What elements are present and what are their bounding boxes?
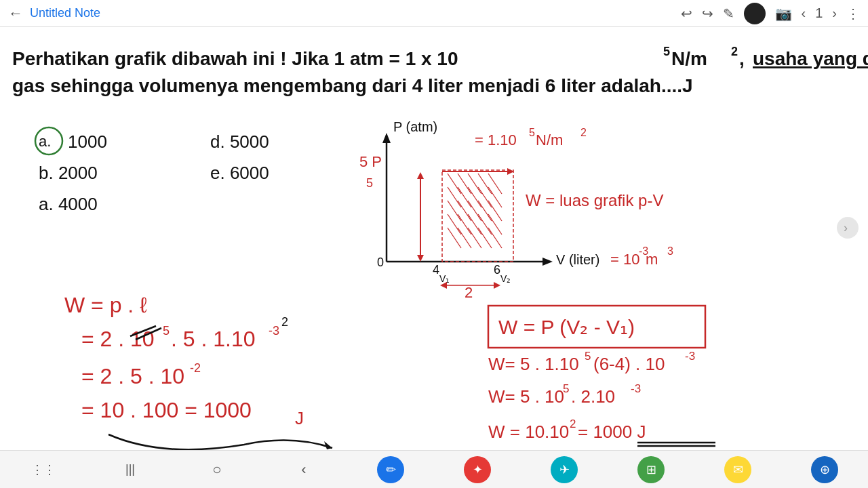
svg-text:=  1000 J: = 1000 J (578, 422, 646, 442)
main-content: Perhatikan grafik dibawah ini ! Jika 1 a… (0, 27, 868, 485)
pen-button[interactable]: ✎ (723, 5, 734, 22)
svg-text:J: J (295, 408, 304, 428)
svg-text:-3: -3 (685, 350, 695, 363)
svg-text:,: , (739, 48, 745, 69)
svg-text:W= 5 . 1.10: W= 5 . 1.10 (488, 354, 579, 374)
note-title: Untitled Note (30, 6, 100, 20)
svg-text:e. 6000: e. 6000 (210, 163, 269, 183)
top-bar-left: ← Untitled Note (8, 5, 100, 22)
svg-text:5: 5 (163, 324, 170, 338)
svg-text:W = 10.10: W = 10.10 (488, 422, 569, 442)
apps-button[interactable]: ⋮⋮ (30, 456, 57, 483)
svg-text:N/m: N/m (536, 131, 563, 148)
svg-text:5: 5 (366, 176, 373, 190)
back-button[interactable]: ← (8, 5, 23, 22)
svg-text:usaha yang dilakukan: usaha yang dilakukan (753, 48, 868, 69)
svg-marker-65 (417, 255, 424, 262)
svg-text:5: 5 (585, 350, 591, 363)
page-number: 1 (815, 5, 823, 21)
svg-text:2: 2 (570, 418, 576, 430)
svg-text:m: m (646, 251, 658, 268)
svg-text:(6-4) . 10: (6-4) . 10 (593, 354, 665, 374)
prev-page-button[interactable]: ‹ (802, 5, 806, 21)
telegram-button[interactable]: ✈ (551, 456, 578, 483)
svg-text:Perhatikan grafik dibawah ini : Perhatikan grafik dibawah ini ! Jika 1 a… (12, 48, 458, 69)
svg-text:5: 5 (663, 45, 670, 58)
svg-text:6: 6 (494, 263, 500, 277)
svg-text:2: 2 (281, 315, 288, 329)
next-page-button[interactable]: › (832, 5, 837, 21)
svg-text:1000: 1000 (68, 131, 107, 152)
recents-button[interactable]: ||| (117, 456, 144, 483)
svg-point-99 (837, 217, 859, 239)
undo-button[interactable]: ↩ (681, 5, 692, 22)
svg-text:W= 5 . 10: W= 5 . 10 (488, 386, 564, 407)
svg-text:= 10 . 100  =  1000: = 10 . 100 = 1000 (81, 398, 252, 422)
bottom-nav-bar: ⋮⋮ ||| ○ ‹ ✏ ✦ ✈ ⊞ ✉ ⊕ (0, 450, 868, 488)
svg-text:N/m: N/m (671, 48, 707, 69)
svg-text:a.   4000: a. 4000 (39, 194, 98, 214)
svg-text:5: 5 (563, 382, 569, 395)
top-bar-right: ↩ ↪ ✎ 📷 ‹ 1 › ⋮ (681, 3, 860, 24)
svg-text:2: 2 (731, 45, 738, 58)
svg-text:3: 3 (667, 245, 673, 257)
redo-button[interactable]: ↪ (702, 5, 713, 22)
image-button[interactable]: 📷 (775, 5, 792, 22)
message-button[interactable]: ✉ (724, 456, 751, 483)
svg-text:= 1.10: = 1.10 (475, 131, 517, 148)
svg-marker-62 (507, 168, 514, 175)
svg-text:V₂: V₂ (500, 273, 511, 284)
svg-text:5 P: 5 P (359, 153, 382, 170)
svg-text:W = P (V₂ - V₁): W = P (V₂ - V₁) (498, 316, 635, 338)
more-options-button[interactable]: ⋮ (846, 5, 860, 22)
svg-marker-17 (542, 258, 553, 266)
svg-text:-3: -3 (269, 324, 279, 338)
calculator-button[interactable]: ⊞ (637, 456, 665, 483)
star-app-button[interactable]: ✦ (464, 456, 491, 483)
note-canvas[interactable]: Perhatikan grafik dibawah ini ! Jika 1 a… (0, 27, 868, 485)
svg-text:d. 5000: d. 5000 (210, 131, 269, 152)
svg-text:-3: -3 (631, 382, 641, 395)
svg-text:2: 2 (580, 127, 587, 138)
svg-text:= 2 . 5 . 10: = 2 . 5 . 10 (81, 364, 184, 388)
svg-text:W = luas  grafik  p-V: W = luas grafik p-V (526, 191, 663, 209)
svg-text:gas sehingga volumenya mengemb: gas sehingga volumenya mengembang dari 4… (12, 75, 693, 96)
svg-text:W = p . ℓ: W = p . ℓ (64, 293, 146, 317)
svg-text:2: 2 (465, 284, 473, 301)
svg-marker-64 (417, 172, 424, 179)
svg-marker-67 (494, 282, 500, 289)
svg-text:P (atm): P (atm) (393, 119, 437, 134)
svg-text:0: 0 (377, 256, 384, 269)
browser-button[interactable]: ⊕ (811, 456, 838, 483)
back-nav-button[interactable]: ‹ (290, 456, 317, 483)
top-bar: ← Untitled Note ↩ ↪ ✎ 📷 ‹ 1 › ⋮ (0, 0, 868, 27)
svg-text:. 5 . 1.10: . 5 . 1.10 (171, 327, 256, 351)
svg-text:-2: -2 (190, 361, 201, 375)
svg-text:a.: a. (39, 133, 51, 150)
svg-marker-16 (382, 133, 391, 143)
svg-text:= 10: = 10 (610, 251, 639, 268)
svg-text:5: 5 (529, 127, 535, 138)
svg-text:›: › (844, 221, 848, 235)
svg-text:b. 2000: b. 2000 (39, 163, 98, 183)
home-button[interactable]: ○ (203, 456, 231, 483)
svg-text:V₁: V₁ (439, 273, 450, 284)
color-picker[interactable] (744, 3, 766, 24)
svg-text:4: 4 (433, 263, 439, 277)
svg-text:. 2.10: . 2.10 (571, 386, 615, 407)
svg-text:V (liter): V (liter) (556, 252, 599, 267)
pen-app-button[interactable]: ✏ (377, 456, 404, 483)
